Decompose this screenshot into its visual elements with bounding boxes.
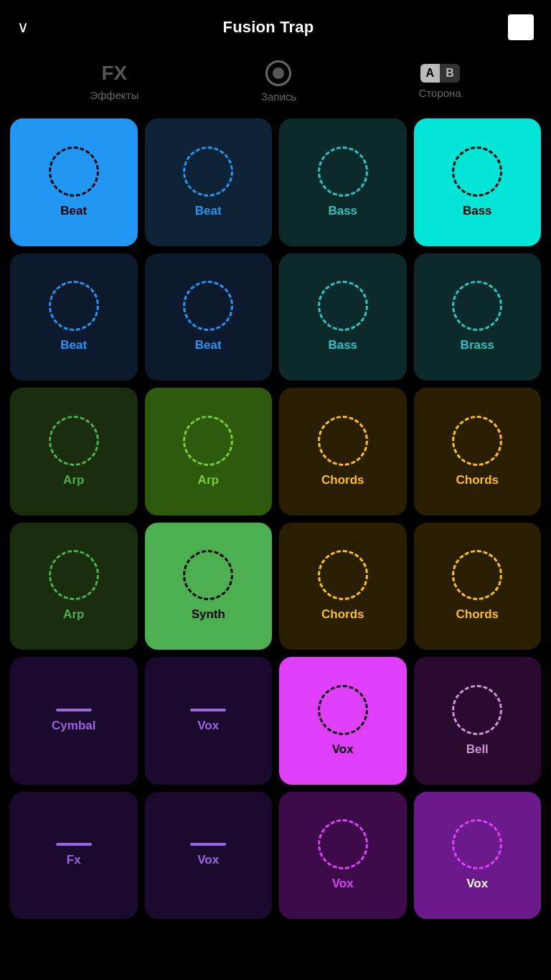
pad-circle xyxy=(452,685,502,735)
pad-label: Bell xyxy=(466,742,489,757)
pad-circle xyxy=(452,416,502,466)
pad-circle xyxy=(49,550,99,600)
pad-label: Bass xyxy=(463,204,492,218)
app-header: ∨ Fusion Trap xyxy=(0,0,551,47)
pad-bass-1[interactable]: Bass xyxy=(279,118,407,246)
ab-switcher[interactable]: A B xyxy=(420,64,460,83)
pad-label: Chords xyxy=(456,607,499,622)
pad-label: Fx xyxy=(67,853,81,867)
pad-arp-3[interactable]: Arp xyxy=(10,523,138,650)
pad-label: Vox xyxy=(332,877,354,891)
pad-fx-1[interactable]: Fx xyxy=(10,792,138,920)
pad-label: Synth xyxy=(192,607,225,622)
pad-brass-1[interactable]: Brass xyxy=(414,253,542,381)
chevron-down-icon[interactable]: ∨ xyxy=(17,18,29,37)
pad-circle xyxy=(318,550,368,600)
fx-control[interactable]: FX Эффекты xyxy=(90,62,138,101)
pad-vox-5[interactable]: Vox xyxy=(414,792,542,920)
pad-label: Vox xyxy=(197,853,219,867)
pad-label: Chords xyxy=(456,473,499,487)
pad-beat-2[interactable]: Beat xyxy=(145,118,273,246)
pad-label: Beat xyxy=(60,338,87,353)
pad-bass-3[interactable]: Bass xyxy=(279,253,407,381)
record-control[interactable]: Запись xyxy=(261,60,296,103)
page-title: Fusion Trap xyxy=(223,18,314,37)
pad-chords-4[interactable]: Chords xyxy=(414,523,542,650)
ab-sublabel: Сторона xyxy=(419,87,461,99)
pad-chords-2[interactable]: Chords xyxy=(414,388,542,515)
pad-circle xyxy=(49,416,99,466)
pad-bell-1[interactable]: Bell xyxy=(414,657,542,785)
pad-label: Arp xyxy=(63,473,84,487)
pad-label: Arp xyxy=(63,607,84,622)
pad-circle xyxy=(452,819,502,869)
pad-circle xyxy=(183,281,233,331)
pad-circle xyxy=(183,416,233,466)
pad-line xyxy=(190,709,226,711)
pad-grid: Beat Beat Bass Bass Beat Beat Bass Brass… xyxy=(0,110,551,928)
pad-arp-1[interactable]: Arp xyxy=(10,388,138,515)
pad-circle xyxy=(452,146,502,197)
pad-circle xyxy=(49,281,99,331)
ab-a-button[interactable]: A xyxy=(420,64,441,83)
pad-line xyxy=(190,843,226,846)
controls-row: FX Эффекты Запись A B Сторона xyxy=(0,47,551,110)
pad-circle xyxy=(318,416,368,466)
menu-button[interactable] xyxy=(508,14,534,40)
pad-label: Vox xyxy=(466,877,488,891)
pad-label: Vox xyxy=(332,742,354,757)
pad-vox-4[interactable]: Vox xyxy=(279,792,407,920)
pad-beat-4[interactable]: Beat xyxy=(145,253,273,381)
pad-circle xyxy=(318,685,368,735)
pad-circle xyxy=(318,819,368,869)
fx-label: FX xyxy=(101,62,127,85)
pad-circle xyxy=(49,146,99,197)
record-sublabel: Запись xyxy=(261,90,296,103)
pad-bass-2[interactable]: Bass xyxy=(414,118,542,246)
pad-circle xyxy=(318,146,368,197)
pad-circle xyxy=(452,281,502,331)
pad-arp-2[interactable]: Arp xyxy=(145,388,273,515)
record-icon xyxy=(265,60,291,86)
pad-beat-3[interactable]: Beat xyxy=(10,253,138,381)
fx-sublabel: Эффекты xyxy=(90,89,138,101)
pad-label: Bass xyxy=(328,204,357,218)
pad-label: Beat xyxy=(60,204,87,218)
pad-beat-1[interactable]: Beat xyxy=(10,118,138,246)
record-inner xyxy=(273,67,284,79)
pad-circle xyxy=(318,281,368,331)
pad-label: Brass xyxy=(461,338,494,353)
pad-circle xyxy=(183,146,233,197)
pad-synth-1[interactable]: Synth xyxy=(145,523,273,650)
pad-label: Bass xyxy=(328,338,357,353)
pad-line xyxy=(56,843,92,846)
pad-vox-1[interactable]: Vox xyxy=(145,657,273,785)
pad-circle xyxy=(452,550,502,600)
ab-control[interactable]: A B Сторона xyxy=(419,64,461,99)
pad-chords-1[interactable]: Chords xyxy=(279,388,407,515)
pad-label: Chords xyxy=(321,473,364,487)
pad-label: Beat xyxy=(195,338,222,353)
pad-label: Vox xyxy=(197,719,219,733)
pad-label: Arp xyxy=(198,473,219,487)
ab-b-button[interactable]: B xyxy=(440,64,460,83)
pad-label: Cymbal xyxy=(52,719,95,733)
pad-cymbal-1[interactable]: Cymbal xyxy=(10,657,138,785)
pad-vox-2[interactable]: Vox xyxy=(279,657,407,785)
pad-line xyxy=(56,709,92,711)
pad-circle xyxy=(183,550,233,600)
pad-vox-3[interactable]: Vox xyxy=(145,792,273,920)
pad-label: Chords xyxy=(321,607,364,622)
pad-label: Beat xyxy=(195,204,222,218)
pad-chords-3[interactable]: Chords xyxy=(279,523,407,650)
